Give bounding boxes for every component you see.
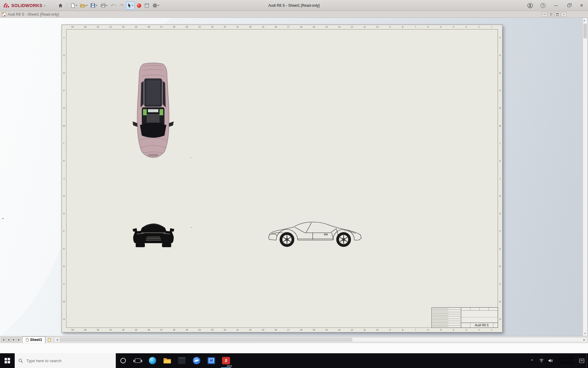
speaker-icon xyxy=(548,358,553,363)
task-view-button[interactable] xyxy=(130,353,145,368)
account-button[interactable] xyxy=(524,0,537,11)
home-button[interactable] xyxy=(57,2,64,10)
zone-number: 20 xyxy=(244,25,257,29)
zone-number: 31 xyxy=(104,328,117,332)
dropdown-caret-icon[interactable]: ▾ xyxy=(132,4,133,7)
scroll-right-button[interactable]: ▶ xyxy=(582,339,586,341)
show-desktop-button[interactable] xyxy=(586,353,588,368)
drawing-view-top[interactable] xyxy=(131,61,175,159)
sheet-properties-button[interactable] xyxy=(143,2,150,10)
rear-wheel xyxy=(336,232,351,247)
next-sheet-button[interactable]: ▶ xyxy=(11,337,16,342)
volume-button[interactable] xyxy=(546,353,555,368)
console-app-button[interactable] xyxy=(175,353,189,368)
dropdown-caret-icon[interactable]: ▾ xyxy=(86,4,87,7)
open-button[interactable]: ▾ xyxy=(79,2,89,10)
zone-number: 19 xyxy=(257,25,269,29)
doc-close-icon: × xyxy=(563,13,564,16)
scroll-up-button[interactable]: ▲ xyxy=(583,18,586,23)
3dexperience-button[interactable] xyxy=(189,353,204,368)
zone-number: 1 xyxy=(485,328,498,332)
sheet-tabbar: ◀ ◀ ▶ ▶ Sheet1 ◀ ▶ xyxy=(0,336,588,343)
zone-number: 6 xyxy=(422,25,434,29)
taskbar-clock[interactable]: 12:44 PM 3/5/2021 xyxy=(555,353,577,368)
tray-expand-button[interactable]: ^ xyxy=(528,353,537,368)
zone-number: 26 xyxy=(168,25,180,29)
redo-button[interactable]: ↷ xyxy=(119,2,125,10)
feature-panel-toggle[interactable]: ◂ xyxy=(1,214,5,223)
clock-time: 12:44 PM xyxy=(558,356,574,361)
taskbar-spacer xyxy=(233,353,528,368)
tab-sheet1[interactable]: Sheet1 xyxy=(22,336,45,343)
zone-number: 18 xyxy=(270,25,282,29)
save-button[interactable]: ▾ xyxy=(89,2,98,10)
brand-expand-icon[interactable]: › xyxy=(44,3,45,8)
horizontal-scrollbar-thumb[interactable] xyxy=(60,338,352,341)
zone-letter: B xyxy=(498,293,502,310)
undo-button[interactable]: ↶ ▾ xyxy=(110,2,118,10)
dropdown-caret-icon[interactable]: ▾ xyxy=(106,4,107,7)
taskbar-search[interactable] xyxy=(15,353,116,368)
3dexperience-icon xyxy=(193,357,200,364)
doc-restore-button[interactable] xyxy=(548,12,554,17)
appearance-button[interactable] xyxy=(136,2,142,10)
zone-letter: E xyxy=(498,240,502,258)
dropdown-caret-icon[interactable]: ▾ xyxy=(96,4,97,7)
scroll-down-button[interactable]: ▼ xyxy=(583,331,587,336)
scroll-right-icon: ▶ xyxy=(583,339,585,341)
zone-number: 31 xyxy=(104,25,117,29)
scroll-left-button[interactable]: ◀ xyxy=(55,339,59,341)
vertical-scrollbar[interactable]: ▲ ▼ xyxy=(583,18,587,336)
minimize-button[interactable] xyxy=(549,0,562,11)
zone-letter: S xyxy=(498,47,502,64)
zone-number: 28 xyxy=(142,25,155,29)
zone-number: 6 xyxy=(422,328,434,332)
graphics-area[interactable]: ◂ 34333231302928272625242322212019181716… xyxy=(0,18,588,336)
document-title-group: Audi R8 S - Sheet1 [Read-only] xyxy=(0,12,59,17)
gear-icon xyxy=(153,3,157,8)
first-sheet-button[interactable]: ◀ xyxy=(1,337,6,342)
search-input[interactable] xyxy=(15,353,116,368)
add-sheet-tab[interactable] xyxy=(45,336,53,343)
new-document-button[interactable]: ▾ xyxy=(70,2,78,10)
dropdown-caret-icon[interactable]: ▾ xyxy=(158,4,159,7)
last-sheet-button[interactable]: ▶ xyxy=(17,337,21,342)
app-titlebar: SOLIDWORKS › ▾ ▾ xyxy=(0,0,588,11)
close-button[interactable]: × xyxy=(575,0,588,11)
home-icon xyxy=(58,3,63,8)
open-folder-icon xyxy=(80,3,85,8)
doc-minimize-button[interactable] xyxy=(542,12,547,17)
action-center-button[interactable] xyxy=(577,353,586,368)
redo-icon: ↷ xyxy=(120,3,124,8)
doc-close-button[interactable]: × xyxy=(561,12,567,17)
drawing-view-side[interactable] xyxy=(267,220,364,248)
cortana-button[interactable] xyxy=(116,353,130,368)
first-sheet-icon: ◀ xyxy=(2,339,4,341)
options-button[interactable]: ▾ xyxy=(151,2,160,10)
drawing-sheet[interactable]: 3433323130292827262524232221201918171615… xyxy=(62,25,503,332)
network-button[interactable] xyxy=(537,353,546,368)
quick-access-toolbar: ▾ ▾ ▾ ▾ ↶ ▾ xyxy=(57,2,160,10)
zone-number: 27 xyxy=(155,25,168,29)
zone-number: 18 xyxy=(270,328,282,332)
edge-icon xyxy=(149,357,156,364)
dropdown-caret-icon[interactable]: ▾ xyxy=(76,4,77,7)
print-button[interactable]: ▾ xyxy=(100,2,109,10)
zone-letters-right: TSRPNMLKJHGFEDCBA xyxy=(498,29,502,328)
zone-number: 25 xyxy=(180,328,193,332)
previous-sheet-button[interactable]: ◀ xyxy=(6,337,11,342)
help-button[interactable]: ? xyxy=(537,0,549,11)
solidworks-app-icon: S xyxy=(222,357,230,364)
edrawings-button[interactable] xyxy=(204,353,219,368)
dropdown-caret-icon[interactable]: ▾ xyxy=(115,4,116,7)
file-explorer-button[interactable] xyxy=(160,353,175,368)
vertical-scrollbar-thumb[interactable] xyxy=(583,24,587,38)
restore-button[interactable] xyxy=(562,0,575,11)
edge-button[interactable] xyxy=(145,353,160,368)
doc-maximize-button[interactable] xyxy=(555,12,560,17)
start-button[interactable] xyxy=(0,353,15,368)
horizontal-scrollbar[interactable]: ◀ ▶ xyxy=(55,337,587,342)
drawing-view-front[interactable] xyxy=(132,218,175,248)
select-tool-button[interactable]: ▾ xyxy=(126,2,135,10)
solidworks-app-button[interactable]: S 2021 xyxy=(219,353,233,368)
